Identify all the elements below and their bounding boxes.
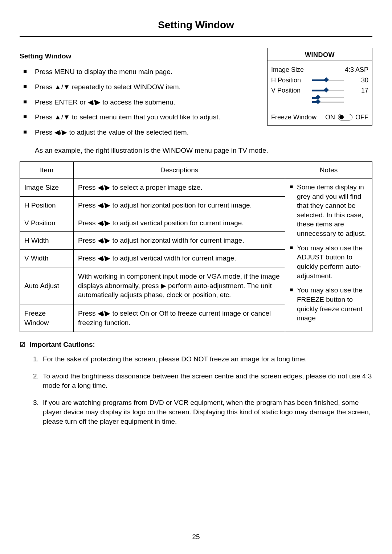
steps-note: As an example, the right illustration is… (35, 146, 372, 155)
table-cell-desc: Press ◀/▶ to adjust horizontal position … (74, 196, 285, 214)
osd-slider (312, 79, 344, 82)
osd-row (271, 96, 368, 99)
table-header-row: Item Descriptions Notes (20, 162, 372, 179)
osd-row-label: H Position (271, 76, 309, 85)
table-cell-item: H Width (20, 232, 74, 250)
osd-row (271, 100, 368, 103)
notes-list: Some items display in grey and you will … (290, 182, 368, 323)
cautions-list: For the sake of protecting the screen, p… (32, 354, 372, 426)
table-cell-desc: Press ◀/▶ to adjust vertical position fo… (74, 214, 285, 232)
check-icon: ☑ (20, 341, 25, 348)
list-item: Press ◀/▶ to adjust the value of the sel… (23, 128, 372, 137)
table-cell-desc: Press ◀/▶ to adjust horizontal width for… (74, 232, 285, 250)
cautions-heading-text: Important Cautions: (29, 341, 95, 348)
osd-slider (312, 96, 344, 99)
table-cell-notes: Some items display in grey and you will … (285, 178, 372, 332)
page-title: Setting Window (158, 18, 234, 35)
list-item: You may also use the FREEZE button to qu… (290, 286, 368, 323)
osd-title: WINDOW (268, 48, 372, 61)
table-cell-desc: Press ◀/▶ to select On or Off to freeze … (74, 304, 285, 332)
osd-row-value: 4:3 ASP (345, 65, 368, 74)
osd-freeze-label: Freeze Window (271, 113, 317, 122)
table-header-item: Item (20, 162, 74, 179)
list-item: To avoid the brightness dissonance betwe… (41, 372, 372, 390)
table-row: Image SizePress ◀/▶ to select a proper i… (20, 178, 372, 196)
osd-freeze-toggle (338, 114, 352, 120)
table-cell-item: Image Size (20, 178, 74, 196)
osd-freeze-row: Freeze WindowONOFF (271, 113, 368, 122)
table-cell-desc: Press ◀/▶ to select a proper image size. (74, 178, 285, 196)
osd-row: Image Size4:3 ASP (271, 65, 368, 74)
cautions-heading: ☑ Important Cautions: (20, 340, 372, 349)
list-item: If you are watching programs from DVD or… (41, 398, 372, 426)
table-cell-item: Freeze Window (20, 304, 74, 332)
osd-window-panel: WINDOW Image Size4:3 ASPH Position30V Po… (267, 48, 372, 126)
osd-row: V Position17 (271, 86, 368, 95)
table-cell-item: V Position (20, 214, 74, 232)
list-item: You may also use the ADJUST button to qu… (290, 243, 368, 281)
page-number: 25 (0, 532, 392, 542)
osd-row-label: Image Size (271, 65, 309, 74)
table-cell-item: H Position (20, 196, 74, 214)
table-cell-item: Auto Adjust (20, 267, 74, 304)
osd-row-label: V Position (271, 86, 309, 95)
osd-freeze-off: OFF (355, 113, 368, 122)
settings-table: Item Descriptions Notes Image SizePress … (20, 161, 372, 332)
table-cell-desc: With working in component input mode or … (74, 267, 285, 304)
osd-row: H Position30 (271, 76, 368, 85)
divider (20, 36, 372, 37)
osd-slider (312, 100, 344, 103)
osd-row-value: 30 (347, 76, 368, 85)
osd-row-value: 17 (347, 86, 368, 95)
list-item: Some items display in grey and you will … (290, 182, 368, 238)
osd-freeze-on: ON (325, 113, 335, 122)
table-header-desc: Descriptions (74, 162, 285, 179)
table-cell-item: V Width (20, 250, 74, 267)
table-cell-desc: Press ◀/▶ to adjust vertical width for c… (74, 250, 285, 267)
osd-slider (312, 89, 344, 92)
list-item: For the sake of protecting the screen, p… (41, 354, 372, 364)
table-header-notes: Notes (285, 162, 372, 179)
